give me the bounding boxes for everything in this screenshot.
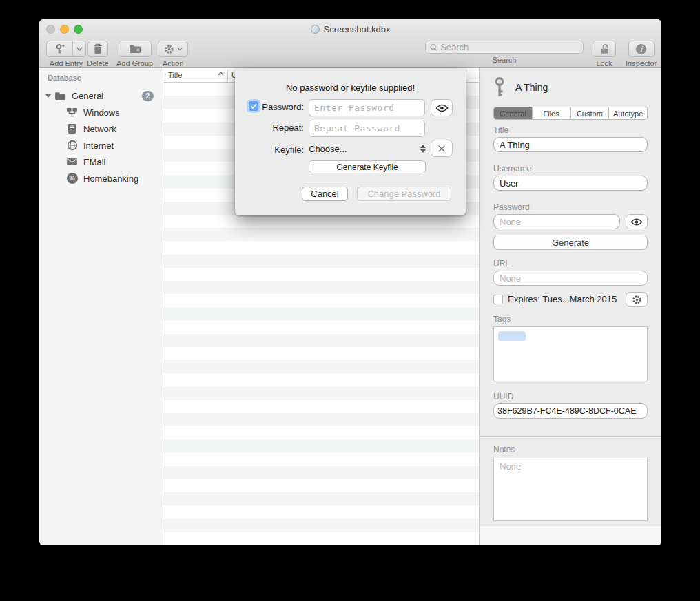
sidebar-item-network[interactable]: Network: [39, 120, 163, 137]
column-header-title[interactable]: Title: [168, 71, 182, 79]
password-field[interactable]: [493, 214, 620, 229]
key-icon: [492, 77, 507, 98]
popup-stepper-icon: [420, 145, 426, 153]
info-icon: i: [636, 44, 646, 54]
sidebar-item-general[interactable]: General 2: [39, 87, 163, 104]
action-button[interactable]: [158, 41, 188, 57]
eye-icon: [630, 218, 643, 226]
title-field-label: Title: [493, 125, 508, 135]
delete-button[interactable]: [88, 41, 108, 57]
repeat-password-input[interactable]: [309, 120, 425, 137]
inspector-label: Inspector: [626, 59, 657, 67]
clear-keyfile-button[interactable]: [431, 140, 453, 157]
document-icon: [311, 25, 320, 34]
sidebar-item-internet[interactable]: Internet: [39, 137, 163, 154]
username-field[interactable]: [493, 176, 648, 191]
envelope-icon: [66, 156, 78, 168]
chevron-down-icon: [76, 47, 83, 51]
window-title: Screenshot.kdbx: [324, 24, 391, 34]
window-header: Screenshot.kdbx Add Entry D: [39, 19, 661, 68]
change-password-dialog: No password or keyfile supplied! Passwor…: [235, 69, 466, 215]
server-icon: [66, 123, 78, 135]
gear-icon: [164, 44, 174, 54]
lock-button[interactable]: [593, 41, 616, 57]
tags-box[interactable]: [493, 326, 648, 381]
notes-field[interactable]: [493, 458, 648, 521]
percent-circle-icon: %: [66, 173, 78, 184]
url-field-label: URL: [493, 259, 510, 268]
lock-label: Lock: [596, 59, 612, 67]
sidebar-item-windows[interactable]: Windows: [39, 104, 163, 120]
app-window: Screenshot.kdbx Add Entry D: [39, 19, 661, 545]
action-label: Action: [163, 59, 184, 67]
key-plus-icon: [47, 41, 72, 56]
uuid-field-label: UUID: [493, 392, 513, 401]
disclosure-triangle-icon[interactable]: [45, 94, 52, 98]
title-field[interactable]: [493, 137, 648, 152]
keyfile-label: Keyfile:: [249, 145, 304, 155]
tag-pill[interactable]: [498, 331, 526, 341]
add-entry-button[interactable]: [46, 41, 86, 57]
sidebar-item-label: General: [72, 91, 103, 101]
sort-ascending-icon: [218, 72, 224, 76]
expires-settings-button[interactable]: [626, 292, 648, 307]
inspector-tabs: General Files Custom Autotype: [493, 107, 648, 120]
x-icon: [438, 145, 446, 153]
toolbar: Add Entry Delete Add Group Action: [39, 39, 661, 68]
sidebar-section-header: Database: [48, 74, 81, 82]
generate-keyfile-button[interactable]: Generate Keyfile: [309, 160, 426, 173]
tab-general[interactable]: General: [494, 107, 533, 119]
inspector-footer: [480, 527, 661, 545]
url-field[interactable]: [493, 271, 648, 286]
enter-password-input[interactable]: [309, 99, 425, 116]
search-label: Search: [493, 56, 517, 64]
add-group-button[interactable]: [119, 41, 152, 57]
inspector-panel: A Thing General Files Custom Autotype Ti…: [480, 68, 661, 545]
show-password-button[interactable]: [431, 99, 453, 116]
username-field-label: Username: [493, 164, 531, 173]
password-field-label: Password: [493, 202, 530, 212]
globe-icon: [66, 140, 78, 151]
folder-icon: [54, 90, 66, 102]
inspector-button[interactable]: i: [628, 41, 655, 57]
search-icon: [430, 43, 438, 52]
tags-label: Tags: [493, 315, 511, 324]
change-password-button[interactable]: Change Password: [357, 187, 451, 201]
search-field[interactable]: [425, 41, 584, 54]
sidebar-item-email[interactable]: EMail: [39, 154, 163, 170]
tab-autotype[interactable]: Autotype: [609, 107, 647, 119]
generate-password-button[interactable]: Generate: [493, 235, 648, 250]
keyfile-popup[interactable]: Choose...: [309, 140, 426, 157]
notes-label: Notes: [493, 445, 515, 454]
add-entry-dropdown[interactable]: [72, 41, 85, 56]
entry-title: A Thing: [515, 82, 548, 93]
uuid-field[interactable]: [493, 403, 648, 419]
sidebar-item-homebanking[interactable]: % Homebanking: [39, 170, 163, 187]
entry-count-badge: 2: [142, 91, 154, 101]
expires-checkbox[interactable]: [493, 295, 503, 304]
sidebar-item-label: Network: [83, 124, 116, 134]
column-divider[interactable]: [227, 70, 228, 81]
add-entry-label: Add Entry: [50, 59, 83, 67]
titlebar[interactable]: Screenshot.kdbx: [39, 19, 661, 39]
cancel-button[interactable]: Cancel: [302, 187, 348, 201]
folder-plus-icon: [129, 44, 141, 54]
open-padlock-icon: [599, 43, 610, 54]
chevron-down-icon: [177, 47, 183, 51]
sidebar-item-label: Homebanking: [83, 173, 138, 184]
eye-icon: [435, 104, 449, 112]
search-input[interactable]: [440, 42, 579, 52]
show-password-button[interactable]: [626, 214, 648, 229]
sidebar-item-label: EMail: [83, 157, 106, 167]
password-label: Password:: [249, 102, 304, 112]
dialog-message: No password or keyfile supplied!: [235, 83, 466, 93]
windows-network-icon: [66, 107, 78, 118]
tab-files[interactable]: Files: [533, 107, 571, 119]
delete-label: Delete: [87, 59, 109, 67]
tab-custom[interactable]: Custom: [571, 107, 610, 119]
expires-label: Expires: Tues...March 2015: [508, 294, 617, 304]
gear-icon: [632, 295, 642, 305]
trash-icon: [93, 43, 103, 54]
sidebar-item-label: Internet: [83, 140, 114, 151]
expires-row: Expires: Tues...March 2015: [493, 294, 617, 304]
